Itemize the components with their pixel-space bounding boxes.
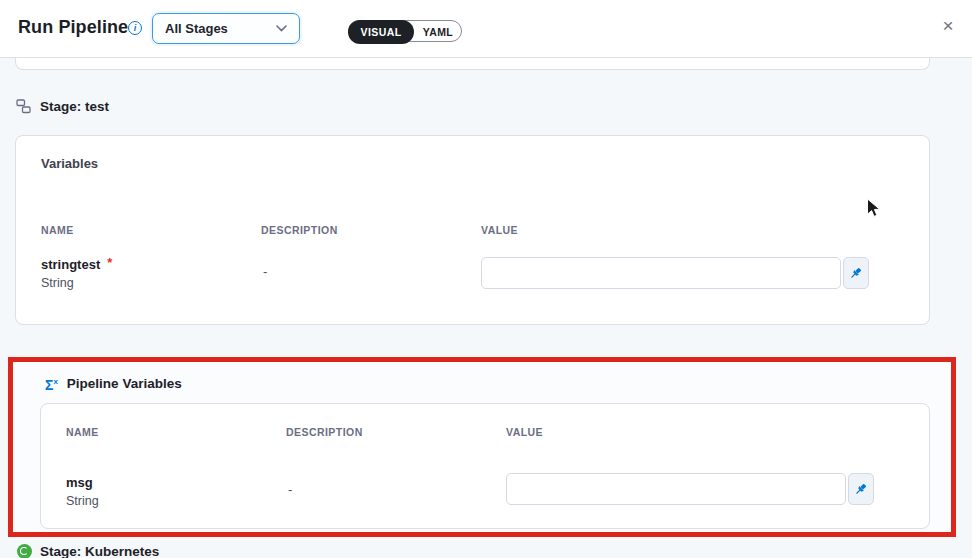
value-input-group	[481, 257, 869, 289]
run-pipeline-header: Run Pipeline i All Stages VISUAL YAML ×	[0, 0, 972, 58]
input-type-selector-button[interactable]	[843, 257, 869, 289]
pipeline-variables-heading: Σx Pipeline Variables	[45, 375, 182, 392]
chevron-down-icon	[276, 25, 287, 32]
variable-name: msg	[66, 475, 93, 490]
variable-name: stringtest*	[41, 257, 112, 272]
pin-icon	[849, 266, 863, 280]
page-title: Run Pipeline	[18, 17, 128, 38]
column-header-value: VALUE	[481, 224, 518, 236]
variable-type: String	[41, 276, 74, 290]
visual-yaml-toggle: VISUAL YAML	[348, 20, 462, 42]
scrolled-card-bottom-edge	[15, 58, 930, 70]
close-icon[interactable]: ×	[937, 15, 959, 37]
column-header-description: DESCRIPTION	[261, 224, 338, 236]
column-header-name: NAME	[41, 224, 74, 236]
stage-selector-value: All Stages	[165, 21, 228, 36]
stage-test-label: Stage: test	[40, 99, 109, 114]
msg-value-input[interactable]	[506, 473, 846, 505]
stage-icon	[16, 99, 31, 114]
stringtest-value-input[interactable]	[481, 257, 841, 289]
value-input-group	[506, 473, 874, 505]
stage-variables-card: Variables NAME DESCRIPTION VALUE stringt…	[15, 135, 930, 325]
input-type-selector-button[interactable]	[848, 473, 874, 505]
toggle-visual-button[interactable]: VISUAL	[348, 20, 414, 44]
variable-description: -	[263, 264, 267, 279]
stage-kubernetes-heading: Stage: Kubernetes	[17, 544, 159, 558]
column-header-name: NAME	[66, 426, 99, 438]
pipeline-variables-card: NAME DESCRIPTION VALUE msg String -	[40, 403, 930, 529]
pipeline-variables-title: Pipeline Variables	[67, 376, 182, 391]
info-icon[interactable]: i	[128, 21, 142, 35]
pin-icon	[854, 482, 868, 496]
column-header-value: VALUE	[506, 426, 543, 438]
variables-card-title: Variables	[41, 156, 98, 171]
toggle-yaml-button[interactable]: YAML	[415, 21, 461, 43]
variable-type: String	[66, 494, 99, 508]
column-header-description: DESCRIPTION	[286, 426, 363, 438]
stage-kubernetes-label: Stage: Kubernetes	[40, 544, 159, 558]
pipeline-variables-highlight: Σx Pipeline Variables NAME DESCRIPTION V…	[8, 357, 956, 537]
stage-status-icon	[17, 544, 32, 558]
required-asterisk: *	[107, 255, 112, 270]
stage-selector-dropdown[interactable]: All Stages	[152, 13, 300, 44]
sigma-variables-icon: Σx	[45, 375, 58, 392]
variable-description: -	[288, 482, 292, 497]
run-pipeline-form-scroll-area: Stage: test Variables NAME DESCRIPTION V…	[0, 58, 972, 558]
stage-test-heading: Stage: test	[16, 98, 109, 114]
